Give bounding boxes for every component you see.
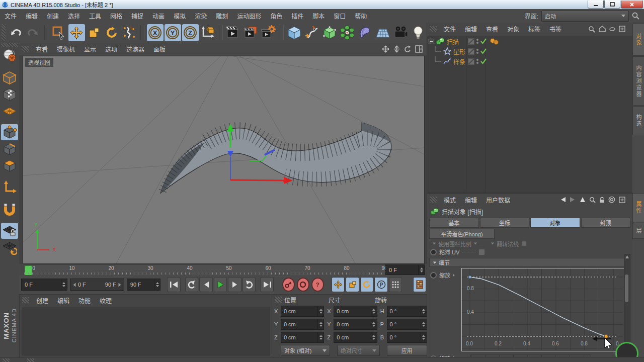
om-home-icon[interactable] — [599, 26, 606, 32]
am-search-icon[interactable] — [589, 197, 596, 203]
key-position-toggle[interactable] — [332, 277, 345, 292]
material-menu-edit[interactable]: 编辑 — [53, 295, 74, 306]
current-frame-spinner[interactable] — [61, 279, 67, 290]
pos-z-field[interactable]: 0 cm — [281, 332, 324, 343]
menu-mesh[interactable]: 网格 — [106, 9, 127, 23]
search-icon[interactable] — [632, 12, 640, 20]
live-selection-button[interactable] — [51, 24, 67, 41]
scale-curve[interactable] — [470, 277, 606, 336]
sketch-tool-button[interactable] — [121, 24, 138, 41]
rotate-view-icon[interactable] — [404, 45, 412, 53]
menu-animate[interactable]: 动画 — [148, 9, 169, 23]
menu-simulate[interactable]: 模拟 — [169, 9, 190, 23]
zoom-view-icon[interactable] — [393, 45, 400, 53]
material-list-area[interactable] — [22, 307, 270, 355]
goto-start-button[interactable] — [167, 277, 180, 292]
maximize-button[interactable] — [604, 1, 620, 9]
om-search-icon[interactable] — [588, 26, 595, 33]
keyframe-options-button[interactable]: ? — [311, 278, 324, 292]
toggle-views-icon[interactable] — [415, 45, 423, 53]
viewport-menu-camera[interactable]: 摄像机 — [52, 44, 79, 55]
enable-check-icon[interactable] — [480, 58, 487, 64]
material-grip[interactable] — [22, 297, 29, 303]
tab-basic[interactable]: 基本 — [429, 218, 479, 228]
menu-window[interactable]: 窗口 — [329, 9, 350, 23]
minimize-button[interactable] — [588, 1, 604, 9]
lock-icon[interactable] — [599, 197, 605, 203]
menu-plugins[interactable]: 插件 — [287, 9, 308, 23]
viewport-menu-view[interactable]: 查看 — [31, 44, 52, 55]
key-scale-toggle[interactable] — [346, 277, 359, 292]
play-backwards-button[interactable] — [185, 277, 198, 292]
menu-file[interactable]: 文件 — [0, 9, 21, 23]
model-mode-button[interactable] — [1, 70, 18, 86]
make-editable-button[interactable] — [1, 48, 18, 64]
coord-grip[interactable] — [275, 297, 282, 303]
timeline-window-button[interactable] — [413, 277, 426, 292]
om-menu-view[interactable]: 查看 — [481, 24, 503, 35]
viewport-menu-display[interactable]: 显示 — [79, 44, 101, 55]
menu-help[interactable]: 帮助 — [350, 9, 371, 23]
collapse-icon[interactable] — [429, 39, 434, 44]
previous-frame-button[interactable] — [199, 277, 212, 292]
tab-coordinates[interactable]: 坐标 — [480, 218, 530, 228]
size-mode-dropdown[interactable]: 绝对尺寸 — [337, 345, 380, 356]
end-frame-field[interactable]: 90 F — [127, 279, 160, 291]
texture-mode-button[interactable] — [1, 86, 18, 103]
enable-check-icon[interactable] — [480, 48, 487, 54]
am-grip[interactable] — [430, 197, 437, 203]
rot-p-field[interactable]: 0 ° — [387, 319, 427, 330]
scale-spline-graph[interactable]: 0.8 0.4 0.0 0.2 0.4 0.6 0.8 0 — [461, 268, 624, 351]
scale-anim-dot[interactable] — [430, 272, 437, 279]
add-environment-button[interactable] — [374, 24, 391, 41]
timeline-frame-field[interactable]: 0 F — [385, 264, 425, 275]
tab-object[interactable]: 对象 — [530, 218, 580, 228]
play-forwards-button[interactable] — [243, 277, 256, 292]
workplane-lock-button[interactable] — [1, 223, 18, 239]
side-tab-layers[interactable]: 层 — [632, 223, 644, 239]
add-generator-button[interactable] — [321, 24, 338, 41]
visibility-dots[interactable] — [476, 39, 478, 44]
tab-phong[interactable]: 平滑着色(Phong) — [429, 229, 495, 239]
sticky-uv-checkbox[interactable] — [478, 249, 485, 255]
tab-caps[interactable]: 封顶 — [581, 218, 631, 228]
add-mograph-button[interactable] — [339, 24, 356, 41]
workplane-mode-button[interactable] — [1, 103, 18, 119]
material-menu-texture[interactable]: 纹理 — [95, 295, 116, 306]
om-menu-tags[interactable]: 标签 — [524, 24, 545, 35]
autokey-button[interactable] — [297, 278, 309, 292]
goto-end-button[interactable] — [260, 277, 273, 292]
palette-grip[interactable] — [1, 43, 18, 47]
add-spline-button[interactable] — [304, 24, 320, 41]
om-menu-file[interactable]: 文件 — [439, 24, 460, 35]
rot-b-field[interactable]: 0 ° — [387, 332, 427, 343]
add-camera-button[interactable] — [392, 24, 409, 41]
om-menu-edit[interactable]: 编辑 — [460, 24, 481, 35]
polygons-mode-button[interactable] — [1, 157, 18, 173]
viewport-menu-options[interactable]: 选项 — [101, 44, 122, 55]
tag-icons[interactable] — [490, 38, 501, 45]
redo-button[interactable] — [25, 24, 42, 41]
add-light-button[interactable] — [410, 24, 426, 41]
layer-toggle[interactable] — [468, 48, 474, 55]
layer-toggle[interactable] — [468, 58, 474, 65]
am-scrollbar[interactable] — [624, 254, 630, 350]
history-forward-icon[interactable] — [570, 197, 576, 203]
om-minimize-icon[interactable] — [609, 27, 615, 31]
target-icon[interactable] — [608, 196, 615, 203]
axis-mode-button[interactable] — [1, 179, 18, 196]
end-frame-spinner[interactable] — [154, 279, 160, 290]
status-grip2[interactable] — [27, 358, 34, 362]
sticky-uv-anim-dot[interactable] — [430, 249, 437, 255]
viewport-grip[interactable] — [22, 46, 29, 52]
material-menu-create[interactable]: 创建 — [32, 295, 53, 306]
rot-h-field[interactable]: 0 ° — [387, 306, 427, 317]
frame-range-slider[interactable]: 0 F 90 F — [70, 279, 124, 291]
render-picture-viewer-button[interactable] — [243, 24, 260, 41]
object-row-star[interactable]: 星形 — [427, 46, 632, 56]
menu-create[interactable]: 创建 — [42, 9, 63, 23]
current-frame-field[interactable]: 0 F — [21, 279, 67, 291]
details-section-header[interactable]: 细节 — [429, 258, 630, 267]
add-cube-button[interactable] — [286, 24, 303, 41]
menu-edit[interactable]: 编辑 — [21, 9, 42, 23]
